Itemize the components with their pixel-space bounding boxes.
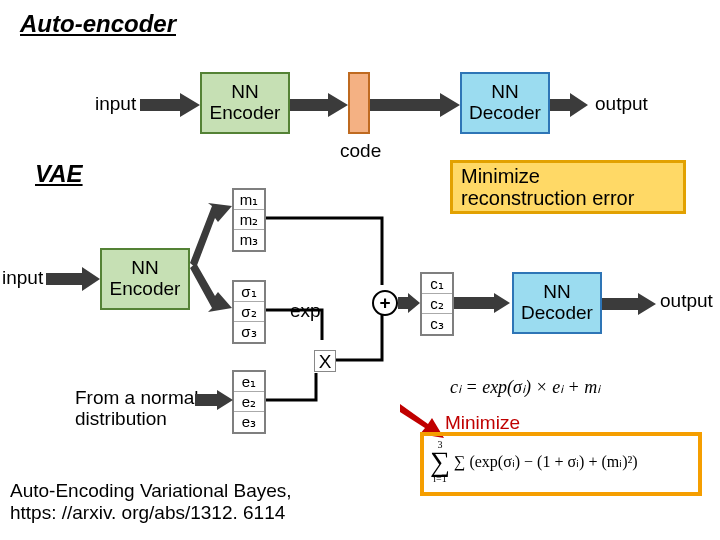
top-encoder-box: NN Encoder	[200, 72, 290, 134]
e1: e₁	[234, 372, 264, 392]
sigma1: σ₁	[234, 282, 264, 302]
sigma3: σ₃	[234, 322, 264, 342]
arrow-right-icon	[454, 293, 510, 313]
c2: c₂	[422, 294, 452, 314]
svg-marker-10	[195, 390, 233, 410]
vae-encoder-box: NN Encoder	[100, 248, 190, 310]
svg-marker-7	[398, 293, 420, 313]
vae-decoder-box: NN Decoder	[512, 272, 602, 334]
arrow-right-icon	[370, 93, 460, 117]
m2: m₂	[234, 210, 264, 230]
svg-marker-0	[140, 93, 200, 117]
arrow-right-icon	[140, 93, 200, 117]
arrow-right-icon	[195, 390, 233, 410]
svg-marker-2	[370, 93, 460, 117]
c3: c₃	[422, 314, 452, 334]
arrow-right-icon	[550, 93, 588, 117]
code-box	[348, 72, 370, 134]
svg-marker-5	[190, 203, 232, 268]
arrow-right-icon	[398, 293, 420, 313]
vae-input-label: input	[2, 267, 43, 289]
arrow-right-icon	[290, 93, 348, 117]
e2: e₂	[234, 392, 264, 412]
arrow-diverge-icon	[188, 200, 232, 315]
svg-marker-9	[602, 293, 656, 315]
c1: c₁	[422, 274, 452, 294]
normal-dist-label: From a normal distribution	[75, 388, 199, 430]
formula-c: cᵢ = exp(σᵢ) × eᵢ + mᵢ	[450, 376, 600, 398]
svg-marker-8	[454, 293, 510, 313]
sum-formula: 3 ∑ i=1 ∑ (exp(σᵢ) − (1 + σᵢ) + (mᵢ)²)	[430, 440, 638, 483]
svg-marker-4	[46, 267, 100, 291]
svg-marker-1	[290, 93, 348, 117]
slide-title: Auto-encoder	[20, 10, 176, 38]
sum-body: ∑ (exp(σᵢ) − (1 + σᵢ) + (mᵢ)²)	[454, 453, 638, 470]
m3: m₃	[234, 230, 264, 250]
e-vector: e₁ e₂ e₃	[232, 370, 266, 434]
svg-marker-3	[550, 93, 588, 117]
footer-citation: Auto-Encoding Variational Bayes, https: …	[10, 480, 292, 524]
top-decoder-box: NN Decoder	[460, 72, 550, 134]
arrow-right-icon	[602, 293, 656, 315]
m1: m₁	[234, 190, 264, 210]
minimize-reconstruction-box: Minimize reconstruction error	[450, 160, 686, 214]
plus-op: +	[372, 290, 398, 316]
vae-output-label: output	[660, 290, 713, 312]
code-label: code	[340, 140, 381, 162]
vae-title: VAE	[35, 160, 83, 188]
c-vector: c₁ c₂ c₃	[420, 272, 454, 336]
minimize-label: Minimize	[445, 412, 520, 434]
top-input-label: input	[95, 93, 136, 115]
times-op: X	[314, 350, 336, 372]
sigma-vector: σ₁ σ₂ σ₃	[232, 280, 266, 344]
e3: e₃	[234, 412, 264, 432]
svg-marker-6	[190, 263, 232, 312]
top-output-label: output	[595, 93, 648, 115]
m-vector: m₁ m₂ m₃	[232, 188, 266, 252]
arrow-right-icon	[46, 267, 100, 291]
sigma2: σ₂	[234, 302, 264, 322]
